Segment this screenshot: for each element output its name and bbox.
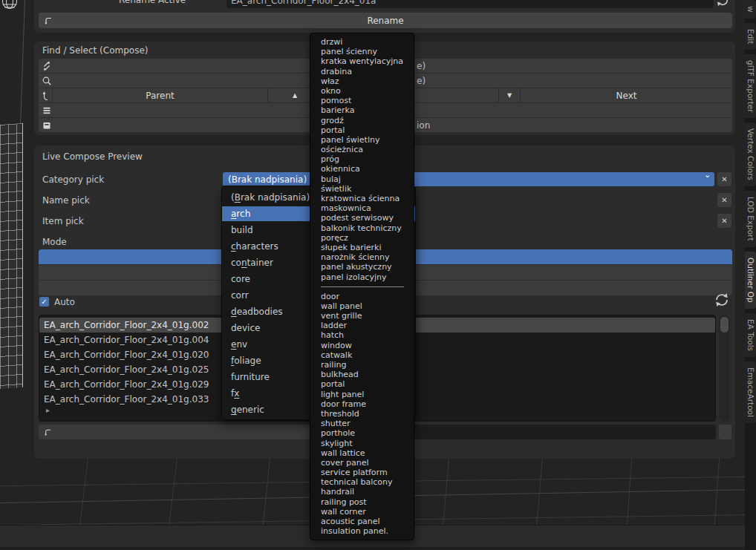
hamburger-icon — [42, 105, 52, 116]
wireframe-sphere-icon — [1, 0, 19, 12]
english-term: threshold — [310, 409, 414, 419]
sidebar-tab[interactable]: EmaceArtool — [745, 361, 756, 423]
rename-active-field[interactable]: EA_arch_Corridor_Floor_2x4_01a — [227, 0, 714, 8]
close-icon: ✕ — [721, 175, 727, 183]
english-term: porthole — [310, 428, 414, 438]
polish-term: kratka wentylacyjna — [310, 56, 414, 66]
english-term: railing post — [310, 497, 414, 507]
name-clear-button[interactable]: ✕ — [717, 193, 731, 207]
tooltip-divider — [310, 282, 414, 292]
auto-checkbox[interactable]: ✓ — [39, 297, 49, 307]
field-text-fragment: ion — [417, 120, 430, 131]
mode-label: Mode — [42, 237, 67, 247]
refresh-icon[interactable] — [715, 0, 730, 7]
swap-arrows-icon — [42, 61, 52, 71]
polish-term: balkonik techniczny — [310, 223, 414, 233]
parent-button[interactable]: Parent — [53, 88, 267, 102]
english-term: technical balcony — [310, 477, 414, 487]
english-term: light panel — [310, 390, 414, 399]
polish-term: barierka — [310, 105, 414, 115]
polish-term: właz — [310, 76, 414, 86]
polish-term: panel ścienny — [310, 47, 414, 56]
english-term: bulkhead — [310, 370, 414, 379]
rename-active-label: Rename Active — [119, 0, 186, 6]
pattern-field[interactable] — [39, 425, 321, 439]
rename-active-value: EA_arch_Corridor_Floor_2x4_01a — [231, 0, 376, 6]
name-pick-label: Name pick — [42, 195, 90, 206]
polish-term: świetlik — [310, 184, 414, 194]
field-text-fragment: e) — [417, 76, 426, 86]
find-select-header: Find / Select (Compose) — [42, 45, 148, 56]
check-icon: ✓ — [41, 298, 47, 306]
polish-term: poręcz — [310, 233, 414, 243]
english-term: catwalk — [310, 350, 414, 360]
category-dropdown-value: (Brak nadpisania) — [223, 174, 307, 185]
chevron-down-icon: ⌄ — [704, 170, 711, 180]
sidebar-tab[interactable]: LOD Export — [745, 191, 756, 247]
english-term: skylight — [310, 439, 414, 448]
parent-up-button[interactable] — [39, 88, 52, 102]
english-term: portal — [310, 379, 414, 389]
refresh-icon[interactable] — [714, 292, 730, 308]
list-expander-icon[interactable]: ▸ — [46, 406, 50, 414]
polish-term: portal — [310, 125, 414, 135]
polish-term: pomost — [310, 96, 414, 105]
sidebar-tab[interactable]: glTF Exporter — [745, 54, 756, 119]
category-pick-label: Category pick — [42, 174, 104, 185]
item-pick-label: Item pick — [42, 216, 84, 226]
next-button[interactable]: Next — [521, 88, 732, 102]
translation-tooltip: drzwipanel ściennykratka wentylacyjnadra… — [310, 33, 414, 540]
rename-button-label: Rename — [367, 16, 403, 26]
category-dropdown[interactable]: (Brak nadpisania) ⌄ — [223, 172, 714, 186]
list-scrollbar-thumb[interactable] — [720, 317, 729, 333]
viewport-wireframe-mesh — [0, 123, 23, 389]
sidebar-tab[interactable]: EA Tools — [745, 313, 756, 357]
loop-back-icon — [43, 428, 53, 437]
sidebar-tab[interactable]: Vertex Colors — [745, 122, 756, 186]
live-compose-header: Live Compose Preview — [42, 151, 143, 162]
english-term: acoustic panel — [310, 517, 414, 526]
polish-term: próg — [310, 154, 414, 164]
polish-term: grodź — [310, 116, 414, 125]
english-term: ladder — [310, 321, 414, 330]
english-term: wall panel — [310, 301, 414, 311]
polish-term: bulaj — [310, 174, 414, 184]
polish-term: okiennica — [310, 164, 414, 174]
close-icon: ✕ — [721, 196, 727, 204]
english-term: door — [310, 292, 414, 301]
english-term: shutter — [310, 419, 414, 428]
english-term: vent grille — [310, 311, 414, 321]
category-clear-button[interactable]: ✕ — [717, 172, 731, 186]
english-term: railing — [310, 360, 414, 370]
english-term-list: doorwall panelvent grilleladderhatchwind… — [310, 292, 414, 537]
search-icon — [42, 76, 52, 86]
auto-label: Auto — [54, 297, 75, 307]
blender-sidebar-screenshot: { "panel": { "rename": { "label": "Renam… — [0, 0, 756, 550]
polish-term: ościeżnica — [310, 145, 414, 154]
polish-term: panel akustyczny — [310, 262, 414, 272]
viewport-mesh-silhouette — [20, 0, 25, 123]
english-term: handrail — [310, 487, 414, 497]
polish-term: narożnik ścienny — [310, 252, 414, 262]
sidebar-tab[interactable]: w — [745, 0, 756, 19]
english-term: hatch — [310, 330, 414, 340]
polish-term: maskownica — [310, 203, 414, 213]
parent-arrow-icon — [40, 91, 50, 101]
english-term: wall corner — [310, 507, 414, 517]
next-triangle-button[interactable]: ▼ — [499, 88, 520, 102]
english-term: wall lattice — [310, 448, 414, 458]
field-text-fragment: e) — [417, 61, 426, 71]
window-bottom-edge — [0, 547, 756, 550]
rename-button[interactable]: Rename — [39, 13, 732, 28]
sidebar-tab[interactable]: Edit — [745, 23, 756, 50]
close-icon: ✕ — [721, 217, 727, 225]
english-term: cover panel — [310, 458, 414, 468]
english-term: insulation panel. — [310, 526, 414, 536]
sidebar-tab[interactable]: Outliner Op — [745, 252, 756, 309]
english-term: door frame — [310, 399, 414, 409]
collection-box-icon — [42, 120, 52, 131]
polish-term: podest serwisowy — [310, 213, 414, 223]
item-clear-button[interactable]: ✕ — [717, 214, 731, 228]
loop-back-icon — [43, 16, 53, 26]
bottom-small-button[interactable] — [719, 425, 731, 439]
